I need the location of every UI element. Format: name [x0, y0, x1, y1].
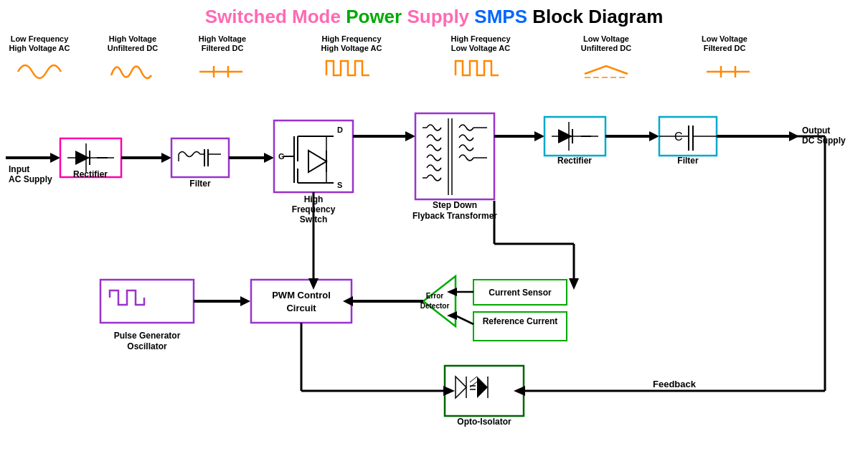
pwm-box: [251, 280, 352, 323]
label-pwm2: Circuit: [286, 303, 316, 313]
label-filter2: Filter: [677, 156, 699, 166]
label-low-freq-hv-ac2: High Voltage AC: [9, 44, 70, 52]
waveform-lv-unfiltered: [585, 66, 628, 74]
label-input-ac2: AC Supply: [9, 174, 52, 184]
pulse-gen-box: [100, 280, 194, 323]
waveform-hf-square: [326, 61, 369, 75]
label-hv-unfiltered-dc: High Voltage: [109, 34, 156, 43]
label-filter1: Filter: [189, 179, 211, 189]
error-detector-triangle: [423, 276, 456, 326]
block-diagram-svg: Switched Mode Power Supply SMPS Block Di…: [0, 0, 868, 459]
arrowhead-cs-down: [569, 278, 579, 290]
label-hf-lv-ac2: Low Voltage AC: [451, 44, 511, 52]
label-rectifier1: Rectifier: [73, 169, 108, 179]
label-S: S: [337, 181, 342, 189]
label-lv-filtered-dc2: Filtered DC: [704, 44, 746, 52]
label-low-freq-hv-ac: Low Frequency: [11, 34, 70, 43]
label-output1: Output: [802, 126, 830, 136]
label-hv-unfiltered-dc2: Unfiltered DC: [108, 44, 158, 52]
label-hf-hv-ac2: High Voltage AC: [321, 44, 382, 52]
arrow-rc-error: [456, 316, 473, 324]
label-lv-unfiltered-dc2: Unfiltered DC: [581, 44, 631, 52]
label-pulse-gen2: Pulse Generator: [114, 331, 181, 341]
title: Switched Mode Power Supply SMPS Block Di…: [205, 6, 664, 27]
label-input-ac: Input: [9, 164, 29, 174]
label-hv-filtered-dc: High Voltage: [199, 34, 246, 43]
label-pwm1: PWM Control: [272, 290, 331, 301]
label-D: D: [337, 126, 343, 134]
filter1-box: [171, 138, 229, 177]
arrowhead-filter1-switch: [264, 153, 274, 163]
label-hf-hv-ac: High Frequency: [321, 34, 382, 43]
label-hf-lv-ac: High Frequency: [450, 34, 511, 43]
label-transformer2: Flyback Transformer: [412, 211, 497, 221]
diagram-container: Switched Mode Power Supply SMPS Block Di…: [0, 0, 868, 459]
label-lv-unfiltered-dc: Low Voltage: [583, 34, 629, 43]
label-transformer1: Step Down: [433, 200, 477, 210]
label-pulse-gen1: [146, 289, 148, 300]
label-G: G: [278, 152, 285, 161]
arrowhead-pulse-pwm: [240, 296, 250, 306]
label-error2: Detector: [420, 302, 450, 310]
label-rectifier2: Rectifier: [557, 156, 592, 166]
label-hv-filtered-dc2: Filtered DC: [202, 44, 244, 52]
arrowhead-transformer-rect2: [534, 131, 544, 141]
label-opto1: Opto-Isolator: [457, 417, 511, 427]
waveform-sine: [18, 65, 61, 78]
label-reference-current1: Reference Current: [483, 316, 558, 326]
arrowhead-switch-transformer: [405, 131, 415, 141]
arrowhead-rect2-filter2: [649, 131, 659, 141]
label-pulse-gen3: Oscillator: [127, 341, 167, 351]
waveform-unfiltered-dc: [111, 67, 151, 79]
label-feedback: Feedback: [653, 379, 697, 389]
label-current-sensor: Current Sensor: [489, 288, 552, 298]
arrowhead-input: [50, 153, 60, 163]
arrowhead-rect1-filter1: [161, 153, 171, 163]
waveform-hf-lv-square: [456, 61, 499, 75]
label-error1: Error: [426, 292, 444, 300]
label-lv-filtered-dc: Low Voltage: [702, 34, 747, 43]
